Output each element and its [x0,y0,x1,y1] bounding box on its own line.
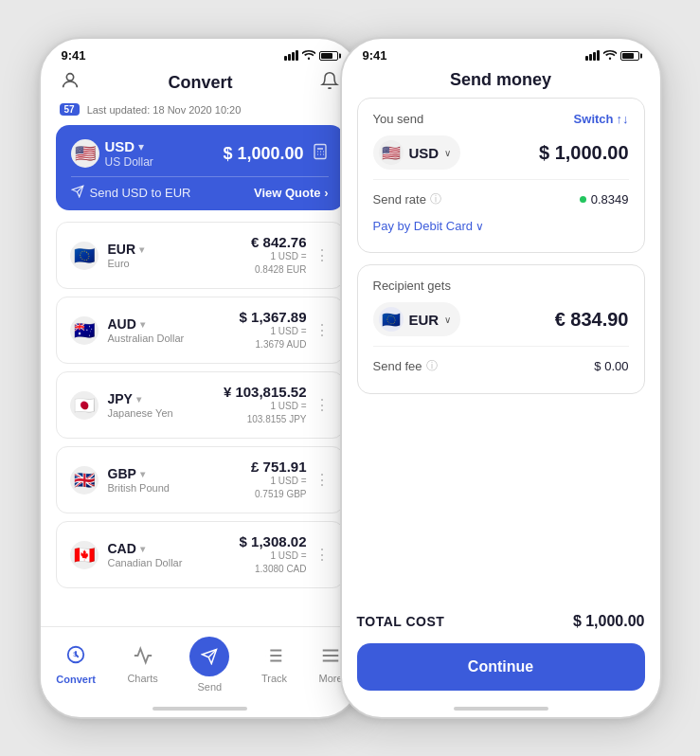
convert-screen: 57 Last updated: 18 Nov 2020 10:20 🇺🇸 US… [41,103,359,626]
three-dots-menu[interactable]: ⋮ [314,396,330,414]
currency-amount: $ 1,367.89 [240,309,307,325]
recipient-gets-label: Recipient gets [373,279,451,293]
tab-send[interactable]: Send [180,635,239,694]
recipient-flag: 🇪🇺 [379,307,404,332]
status-icons-convert [284,49,338,62]
currency-rate: 1 USD =0.7519 GBP [251,475,306,501]
three-dots-menu[interactable]: ⋮ [314,471,330,489]
status-icons-send [585,49,639,63]
currency-info: CAD ▾ Canadian Dollar [108,541,183,568]
currency-code-row: GBP ▾ [108,466,170,481]
time-convert: 9:41 [62,48,86,63]
base-amount: $ 1,000.00 [223,144,303,164]
currency-amount: € 842.76 [251,234,306,250]
send-screen: You send Switch ↑↓ 🇺🇸 USD ∨ $ 1,000.00 [342,98,660,600]
signal-icon [284,50,298,61]
calculator-icon[interactable] [312,143,329,165]
base-name: US Dollar [105,155,153,169]
currency-code-row: AUD ▾ [108,316,185,332]
currency-row-left: 🇯🇵 JPY ▾ Japanese Yen [70,391,173,420]
recipient-currency-selector[interactable]: 🇪🇺 EUR ∨ [373,302,461,336]
charts-icon [133,645,153,670]
three-dots-menu[interactable]: ⋮ [314,546,330,564]
currency-row[interactable]: 🇪🇺 EUR ▾ Euro € 842.76 1 USD =0.8428 EUR… [56,222,344,289]
total-cost-value: $ 1,000.00 [573,613,645,630]
three-dots-menu[interactable]: ⋮ [314,246,330,264]
send-arrow-icon [71,185,84,201]
recipient-amount: € 834.90 [555,309,629,331]
continue-button[interactable]: Continue [357,643,645,691]
base-currency-card[interactable]: 🇺🇸 USD ▾ US Dollar $ 1,000.00 [56,125,344,210]
home-indicator-2 [342,700,660,717]
currency-flag: 🇨🇦 [70,541,99,569]
tab-convert[interactable]: $ Convert [46,642,105,687]
send-rate-value: 0.8349 [580,192,629,207]
currency-caret: ▾ [140,319,145,330]
time-send: 9:41 [363,48,387,63]
currency-flag: 🇪🇺 [70,242,99,270]
profile-icon[interactable] [60,70,81,96]
currency-code-text: CAD [108,541,136,556]
currency-caret: ▾ [140,544,145,554]
currency-flag: 🇬🇧 [70,466,99,495]
currency-code-text: GBP [108,466,136,481]
tab-convert-label: Convert [56,674,96,685]
home-indicator-1 [41,700,359,717]
usd-flag: 🇺🇸 [71,139,99,168]
pay-by-caret: ∨ [476,220,484,233]
tab-charts[interactable]: Charts [117,643,167,686]
svg-text:$: $ [73,650,77,658]
currency-row[interactable]: 🇦🇺 AUD ▾ Australian Dollar $ 1,367.89 1 … [56,297,344,364]
total-cost-label: TOTAL COST [357,614,445,629]
total-cost-row: TOTAL COST $ 1,000.00 [342,600,660,643]
battery-icon-2 [620,51,639,61]
signal-icon-2 [585,50,600,61]
pay-by-label[interactable]: Pay by Debit Card ∨ [373,219,485,233]
currency-row-right: $ 1,367.89 1 USD =1.3679 AUD ⋮ [240,309,330,351]
currency-flag: 🇦🇺 [70,316,99,345]
send-code: USD [409,145,440,161]
send-rate-row: Send rate ⓘ 0.8349 [373,186,629,213]
currency-caret: ▾ [139,244,144,255]
status-bar-convert: 9:41 [41,39,359,66]
currency-rate: 1 USD =1.3080 CAD [240,549,307,576]
currency-row-left: 🇦🇺 AUD ▾ Australian Dollar [70,316,185,345]
phone-convert: 9:41 Convert [39,37,361,719]
base-currency-selector[interactable]: 🇺🇸 USD ▾ US Dollar [71,138,153,169]
send-currency-selector[interactable]: 🇺🇸 USD ∨ [373,135,461,170]
tab-more-label: More [319,673,343,684]
send-fab[interactable] [189,637,229,676]
currency-row[interactable]: 🇯🇵 JPY ▾ Japanese Yen ¥ 103,815.52 1 USD… [56,371,344,439]
bell-icon[interactable] [320,70,339,96]
pay-by-row[interactable]: Pay by Debit Card ∨ [373,213,629,239]
currency-row-right: ¥ 103,815.52 1 USD =103.8155 JPY ⋮ [224,384,330,426]
send-rate-info-icon: ⓘ [430,191,441,207]
currency-row-right: $ 1,308.02 1 USD =1.3080 CAD ⋮ [240,533,330,576]
send-amount: $ 1,000.00 [539,142,629,164]
currency-row[interactable]: 🇨🇦 CAD ▾ Canadian Dollar $ 1,308.02 1 US… [56,521,344,588]
view-quote-btn[interactable]: View Quote › [254,186,329,200]
currency-info: JPY ▾ Japanese Yen [108,391,173,419]
three-dots-menu[interactable]: ⋮ [314,321,330,339]
recipient-code: EUR [409,312,440,328]
currency-amount: £ 751.91 [251,459,306,475]
switch-btn[interactable]: Switch ↑↓ [574,112,629,126]
last-updated-bar: 57 Last updated: 18 Nov 2020 10:20 [56,103,344,116]
recipient-caret: ∨ [444,315,451,325]
tab-charts-label: Charts [127,673,157,684]
currency-code-row: CAD ▾ [108,541,183,556]
base-code: USD [105,138,135,154]
phone-send: 9:41 Send money [340,37,662,719]
send-fee-label: Send fee ⓘ [373,358,438,374]
send-caret: ∨ [444,148,451,158]
send-rate-label: Send rate ⓘ [373,191,441,207]
currency-name: Euro [108,258,145,269]
tab-track[interactable]: Track [252,643,296,686]
currency-name: British Pound [108,482,170,494]
currency-info: EUR ▾ Euro [108,242,145,269]
update-text: Last updated: 18 Nov 2020 10:20 [87,104,242,116]
currency-flag: 🇯🇵 [70,391,99,420]
status-bar-send: 9:41 [342,39,660,66]
currency-row[interactable]: 🇬🇧 GBP ▾ British Pound £ 751.91 1 USD =0… [56,446,344,513]
currency-info: AUD ▾ Australian Dollar [108,316,185,344]
